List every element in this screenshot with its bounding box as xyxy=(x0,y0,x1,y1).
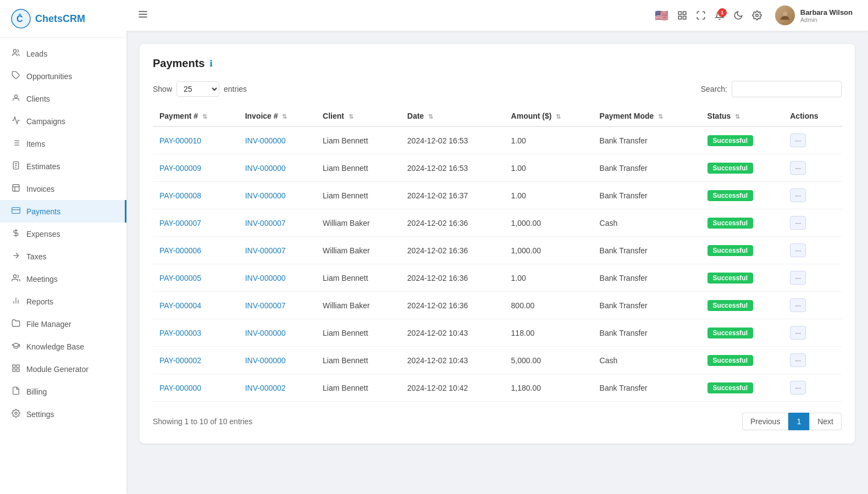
sidebar-item-file-manager[interactable]: File Manager xyxy=(0,313,126,335)
table-controls: Show 25 10 50 100 entries Search: xyxy=(153,81,842,97)
status-badge: Successful xyxy=(707,135,753,146)
invoice-link[interactable]: INV-000000 xyxy=(245,274,286,282)
cell-actions: ··· xyxy=(783,126,842,154)
payment-link[interactable]: PAY-000003 xyxy=(159,329,201,337)
cell-payment-mode: Bank Transfer xyxy=(593,292,701,319)
sidebar-item-module-generator[interactable]: Module Generator xyxy=(0,358,126,380)
invoice-link[interactable]: INV-000000 xyxy=(245,356,286,365)
row-actions-button[interactable]: ··· xyxy=(790,188,806,202)
language-selector[interactable]: 🇺🇸 xyxy=(655,9,668,22)
payment-link[interactable]: PAY-000000 xyxy=(159,384,201,392)
row-actions-button[interactable]: ··· xyxy=(790,243,806,257)
sidebar-item-expenses[interactable]: Expenses xyxy=(0,223,126,245)
cell-client: Liam Bennett xyxy=(316,154,401,182)
page-1-button[interactable]: 1 xyxy=(788,413,809,430)
invoice-link[interactable]: INV-000007 xyxy=(245,219,286,227)
reports-icon xyxy=(11,296,21,307)
cell-status: Successful xyxy=(701,347,784,374)
svg-point-4 xyxy=(14,95,17,98)
col-client[interactable]: Client ⇅ xyxy=(316,106,401,126)
cell-actions: ··· xyxy=(783,182,842,209)
col-date[interactable]: Date ⇅ xyxy=(401,106,505,126)
sidebar-item-settings[interactable]: Settings xyxy=(0,403,126,425)
cell-date: 2024-12-02 10:43 xyxy=(401,319,505,347)
sidebar-item-items[interactable]: Items xyxy=(0,132,126,155)
sidebar-item-opportunities[interactable]: Opportunities xyxy=(0,65,126,87)
invoice-link[interactable]: INV-000000 xyxy=(245,164,286,173)
sidebar-item-campaigns[interactable]: Campaigns xyxy=(0,110,126,132)
invoice-link[interactable]: INV-000000 xyxy=(245,191,286,200)
search-label: Search: xyxy=(701,85,727,93)
row-actions-button[interactable]: ··· xyxy=(790,381,806,395)
col-invoice-num[interactable]: Invoice # ⇅ xyxy=(239,106,316,126)
prev-button[interactable]: Previous xyxy=(742,413,788,430)
sidebar-item-clients[interactable]: Clients xyxy=(0,87,126,110)
row-actions-button[interactable]: ··· xyxy=(790,271,806,285)
sidebar-item-payments[interactable]: Payments xyxy=(0,200,126,223)
row-actions-button[interactable]: ··· xyxy=(790,298,806,312)
sidebar-item-leads[interactable]: Leads xyxy=(0,42,126,65)
fullscreen-button[interactable] xyxy=(696,10,706,20)
row-actions-button[interactable]: ··· xyxy=(790,326,806,340)
payment-link[interactable]: PAY-000004 xyxy=(159,301,201,310)
payment-link[interactable]: PAY-000010 xyxy=(159,136,201,145)
col-status[interactable]: Status ⇅ xyxy=(701,106,784,126)
payment-link[interactable]: PAY-000002 xyxy=(159,356,201,365)
invoice-link[interactable]: INV-000007 xyxy=(245,246,286,255)
dark-mode-button[interactable] xyxy=(733,10,743,20)
user-profile[interactable]: Barbara Wilson Admin xyxy=(771,3,857,27)
payment-link[interactable]: PAY-000008 xyxy=(159,191,201,200)
invoice-link[interactable]: INV-000000 xyxy=(245,329,286,337)
sidebar-label-billing: Billing xyxy=(26,387,47,396)
sidebar-item-invoices[interactable]: Invoices xyxy=(0,177,126,200)
cell-payment-mode: Cash xyxy=(593,209,701,237)
row-actions-button[interactable]: ··· xyxy=(790,216,806,230)
payments-table: Payment # ⇅ Invoice # ⇅ Client ⇅ Date xyxy=(153,106,842,402)
payment-link[interactable]: PAY-000006 xyxy=(159,246,201,255)
sort-icon-date: ⇅ xyxy=(428,113,433,120)
sidebar-label-payments: Payments xyxy=(26,207,60,216)
sort-icon-client: ⇅ xyxy=(349,113,353,120)
search-input[interactable] xyxy=(732,81,842,97)
payment-link[interactable]: PAY-000007 xyxy=(159,219,201,227)
cell-actions: ··· xyxy=(783,209,842,237)
status-badge: Successful xyxy=(707,218,753,229)
row-actions-button[interactable]: ··· xyxy=(790,134,806,147)
payment-link[interactable]: PAY-000005 xyxy=(159,274,201,282)
svg-point-20 xyxy=(13,275,16,277)
cell-payment-mode: Bank Transfer xyxy=(593,182,701,209)
next-button[interactable]: Next xyxy=(809,413,842,430)
sidebar-label-file-manager: File Manager xyxy=(26,320,71,329)
svg-point-28 xyxy=(15,412,17,414)
sidebar-item-billing[interactable]: Billing xyxy=(0,380,126,403)
hamburger-button[interactable] xyxy=(137,9,148,23)
sidebar-item-knowledge-base[interactable]: Knowledge Base xyxy=(0,335,126,358)
col-payment-mode[interactable]: Payment Mode ⇅ xyxy=(593,106,701,126)
sidebar-item-meetings[interactable]: Meetings xyxy=(0,268,126,290)
expenses-icon xyxy=(11,229,21,239)
payment-link[interactable]: PAY-000009 xyxy=(159,164,201,173)
cell-client: William Baker xyxy=(316,237,401,264)
row-actions-button[interactable]: ··· xyxy=(790,353,806,367)
info-icon[interactable]: ℹ xyxy=(209,58,213,69)
svg-rect-34 xyxy=(683,16,685,19)
entries-select[interactable]: 25 10 50 100 xyxy=(176,81,219,97)
sidebar-label-knowledge-base: Knowledge Base xyxy=(26,342,84,351)
sidebar-item-estimates[interactable]: Estimates xyxy=(0,155,126,177)
sidebar-item-taxes[interactable]: Taxes xyxy=(0,245,126,268)
items-icon xyxy=(11,138,21,149)
row-actions-button[interactable]: ··· xyxy=(790,161,806,175)
svg-rect-27 xyxy=(13,369,15,371)
sidebar-item-reports[interactable]: Reports xyxy=(0,290,126,313)
apps-button[interactable] xyxy=(677,10,687,20)
gear-button[interactable] xyxy=(752,10,762,20)
avatar-image xyxy=(775,5,795,25)
col-payment-num[interactable]: Payment # ⇅ xyxy=(153,106,239,126)
invoice-link[interactable]: INV-000007 xyxy=(245,301,286,310)
notifications-button[interactable]: 1 xyxy=(715,10,725,20)
col-amount[interactable]: Amount ($) ⇅ xyxy=(505,106,593,126)
cell-amount: 1,000.00 xyxy=(505,209,593,237)
cell-actions: ··· xyxy=(783,347,842,374)
invoice-link[interactable]: INV-000002 xyxy=(245,384,286,392)
invoice-link[interactable]: INV-000000 xyxy=(245,136,286,145)
